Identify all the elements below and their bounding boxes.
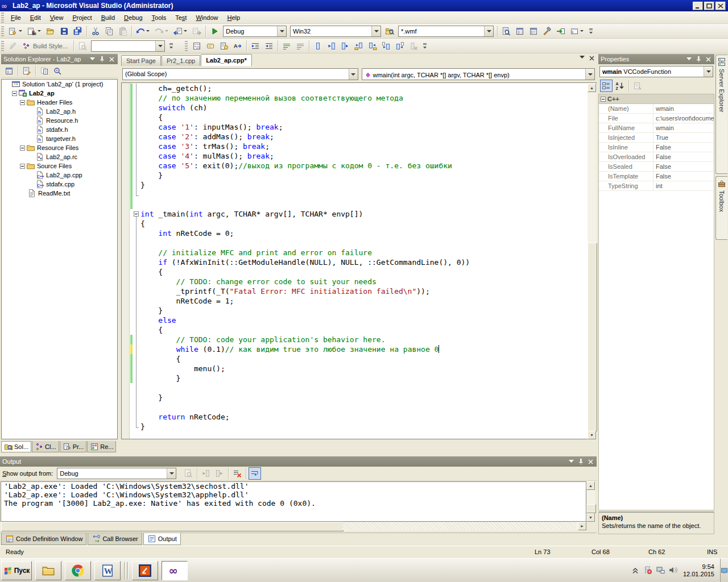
- dropdown-arrow-icon[interactable]: [167, 468, 176, 479]
- taskbar-word-button[interactable]: W: [94, 561, 121, 580]
- minimize-button[interactable]: [693, 2, 703, 10]
- show-desktop-button[interactable]: [720, 559, 728, 582]
- tree-item[interactable]: Resource Files: [2, 143, 117, 152]
- code-line[interactable]: _tprintf(_T("Fatal Error: MFC initializa…: [122, 286, 587, 296]
- code-line[interactable]: if (!AfxWinInit(::GetModuleHandle(NULL),…: [122, 257, 587, 267]
- auto-hide-pin-button[interactable]: [98, 55, 106, 63]
- tab-pr2-1-cpp[interactable]: Pr2_1.cpp: [162, 55, 200, 66]
- toggle-word-wrap-button[interactable]: [249, 467, 261, 480]
- network-icon[interactable]: [656, 566, 665, 576]
- solution-platforms-select[interactable]: Win32: [290, 26, 381, 37]
- output-vertical-scrollbar[interactable]: ▲ ▼: [586, 481, 595, 522]
- taskbar-visual-studio-button[interactable]: ∞: [162, 561, 188, 580]
- output-horizontal-scrollbar[interactable]: ►: [1, 522, 586, 531]
- collapse-icon[interactable]: [20, 146, 25, 151]
- find-symbol-button[interactable]: [500, 25, 512, 38]
- member-select[interactable]: wmain(int argc, TCHAR *[] argv, TCHAR *[…: [362, 68, 595, 80]
- scroll-down-arrow[interactable]: ▼: [586, 513, 595, 522]
- save-all-button[interactable]: [72, 25, 84, 38]
- property-row[interactable]: FullNamewmain: [599, 123, 714, 133]
- command-window-button[interactable]: [568, 25, 586, 38]
- display-member-list-button[interactable]: [191, 40, 203, 52]
- auto-hide-pin-button[interactable]: [577, 458, 585, 465]
- tab-re[interactable]: Re...: [87, 441, 116, 452]
- menu-item-debug[interactable]: Debug: [119, 13, 147, 23]
- scroll-right-arrow[interactable]: ►: [578, 522, 586, 530]
- code-line[interactable]: }: [122, 422, 587, 430]
- code-line[interactable]: // TODO: change error code to suit your …: [122, 277, 587, 286]
- code-line[interactable]: }: [122, 393, 587, 402]
- collapse-icon[interactable]: [601, 97, 606, 102]
- window-position-button[interactable]: [88, 55, 96, 63]
- tab-lab2-ap-cpp[interactable]: Lab2_ap.cpp*: [201, 54, 252, 66]
- next-bookmark-button[interactable]: [339, 40, 351, 52]
- open-file-button[interactable]: [44, 25, 57, 38]
- code-line[interactable]: }: [122, 373, 587, 383]
- taskbar-chrome-button[interactable]: [65, 561, 91, 580]
- code-line[interactable]: switch (ch): [122, 103, 587, 113]
- code-line[interactable]: int nRetCode = 0;: [122, 228, 587, 238]
- new-project-button[interactable]: [7, 25, 24, 38]
- next-bookmark-in-document-button[interactable]: [394, 40, 406, 52]
- close-document-button[interactable]: [589, 56, 594, 61]
- menu-item-view[interactable]: View: [46, 13, 68, 23]
- solution-explorer-title-bar[interactable]: Solution Explorer - Lab2_ap: [1, 54, 118, 64]
- property-row[interactable]: TypeStringint: [599, 181, 714, 191]
- code-line[interactable]: case '5': exit(0);//выход из программы с…: [122, 161, 587, 171]
- code-line[interactable]: case '1': inputMas(); break;: [122, 122, 587, 132]
- properties-title-bar[interactable]: Properties: [598, 54, 714, 64]
- increase-indent-button[interactable]: [263, 40, 275, 52]
- start-debugging-button[interactable]: [208, 25, 221, 38]
- style-select[interactable]: [91, 40, 165, 52]
- output-text-area[interactable]: 'Lab2_ap.exe': Loaded 'C:\Windows\System…: [1, 481, 586, 522]
- show-all-files-button[interactable]: [38, 65, 51, 77]
- code-line[interactable]: }: [122, 306, 587, 315]
- code-line[interactable]: // initialize MFC and print and error on…: [122, 248, 587, 257]
- find-in-files-button[interactable]: [383, 25, 396, 38]
- properties-button[interactable]: [3, 65, 15, 77]
- start-button[interactable]: Пуск: [1, 561, 32, 580]
- next-bookmark-in-folder-button[interactable]: [366, 40, 379, 52]
- web-browser-button[interactable]: [555, 25, 567, 38]
- output-source-select[interactable]: Debug: [57, 468, 176, 479]
- property-row[interactable]: IsInjectedTrue: [599, 133, 714, 143]
- code-line[interactable]: // по значению переменной вызов соответс…: [122, 93, 587, 103]
- code-line[interactable]: int _tmain(int argc, TCHAR* argv[], TCHA…: [122, 209, 587, 219]
- menu-item-project[interactable]: Project: [68, 13, 96, 23]
- view-code-button[interactable]: [20, 65, 33, 77]
- toolbar-grip[interactable]: [185, 41, 188, 51]
- code-line[interactable]: {: [122, 219, 587, 228]
- code-line[interactable]: {: [122, 267, 587, 277]
- clear-all-button[interactable]: [231, 467, 243, 480]
- tree-item[interactable]: hLab2_ap.h: [2, 107, 117, 116]
- solution-configurations-select[interactable]: Debug: [223, 26, 287, 37]
- scroll-up-arrow[interactable]: ▲: [588, 84, 596, 92]
- output-title-bar[interactable]: Output: [0, 456, 597, 467]
- code-line[interactable]: }: [122, 180, 587, 190]
- scope-select[interactable]: (Global Scope): [122, 68, 358, 80]
- undo-button[interactable]: [134, 25, 152, 38]
- previous-bookmark-in-folder-button[interactable]: [353, 40, 365, 52]
- dropdown-arrow-icon[interactable]: [484, 26, 493, 36]
- taskbar-app-button[interactable]: [132, 561, 158, 580]
- code-line[interactable]: case '2': addMas(); break;: [122, 132, 587, 142]
- close-panel-button[interactable]: [107, 55, 115, 63]
- taskbar-explorer-button[interactable]: [35, 561, 61, 580]
- code-line[interactable]: {: [122, 113, 587, 122]
- tree-item[interactable]: Solution 'Lab2_ap' (1 project): [2, 80, 117, 89]
- tree-item[interactable]: C++Lab2_ap.cpp: [2, 171, 117, 180]
- close-panel-button[interactable]: [704, 55, 712, 63]
- code-line[interactable]: else: [122, 315, 587, 325]
- tab-start-page[interactable]: Start Page: [121, 55, 161, 66]
- code-line[interactable]: case '4': mulMas(); break;: [122, 151, 587, 161]
- tree-item[interactable]: hResource.h: [2, 116, 117, 125]
- code-editor[interactable]: ch=_getch(); // по значению переменной в…: [121, 82, 597, 439]
- menu-item-help[interactable]: Help: [223, 13, 245, 23]
- word-completion-button[interactable]: A: [231, 40, 244, 52]
- add-new-item-button[interactable]: [26, 25, 43, 38]
- navigate-backward-button[interactable]: [172, 25, 189, 38]
- maximize-button[interactable]: [704, 2, 714, 10]
- quick-info-button[interactable]: [218, 40, 230, 52]
- close-button[interactable]: [715, 2, 726, 10]
- tray-expand-button[interactable]: [631, 566, 640, 576]
